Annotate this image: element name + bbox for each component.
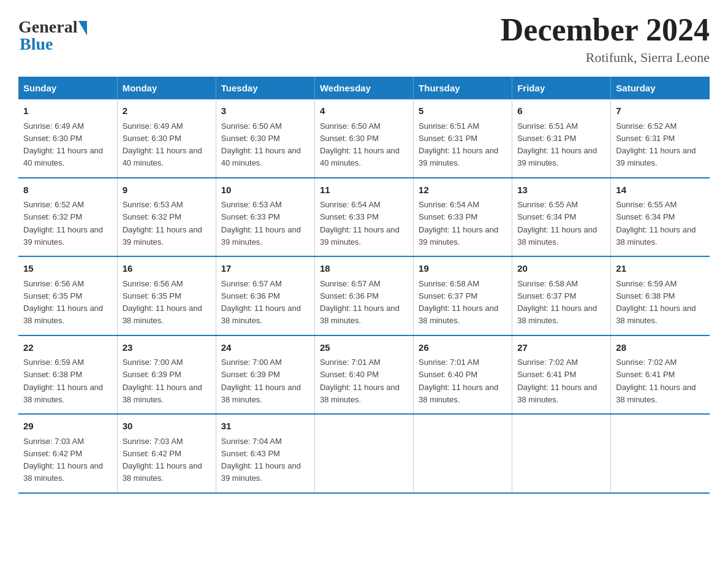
- day-info: Sunrise: 6:49 AMSunset: 6:30 PMDaylight:…: [123, 121, 202, 168]
- day-info: Sunrise: 7:03 AMSunset: 6:42 PMDaylight:…: [123, 437, 202, 483]
- calendar-cell: 7 Sunrise: 6:52 AMSunset: 6:31 PMDayligh…: [611, 99, 710, 178]
- calendar-week-row-2: 8 Sunrise: 6:52 AMSunset: 6:32 PMDayligh…: [18, 178, 710, 257]
- weekday-header-saturday: Saturday: [611, 77, 710, 99]
- day-info: Sunrise: 6:57 AMSunset: 6:36 PMDaylight:…: [320, 279, 400, 326]
- calendar-cell: 31 Sunrise: 7:04 AMSunset: 6:43 PMDaylig…: [216, 414, 314, 493]
- day-info: Sunrise: 6:56 AMSunset: 6:35 PMDaylight:…: [23, 279, 103, 326]
- day-info: Sunrise: 6:50 AMSunset: 6:30 PMDaylight:…: [320, 121, 400, 168]
- day-number: 7: [616, 104, 705, 118]
- calendar-cell: 23 Sunrise: 7:00 AMSunset: 6:39 PMDaylig…: [117, 335, 216, 415]
- weekday-header-thursday: Thursday: [414, 77, 512, 99]
- weekday-header-wednesday: Wednesday: [314, 77, 413, 99]
- day-info: Sunrise: 6:51 AMSunset: 6:31 PMDaylight:…: [517, 121, 597, 168]
- calendar-cell: 19 Sunrise: 6:58 AMSunset: 6:37 PMDaylig…: [414, 256, 512, 335]
- day-number: 12: [419, 183, 507, 197]
- calendar-cell: 14 Sunrise: 6:55 AMSunset: 6:34 PMDaylig…: [611, 178, 710, 257]
- day-number: 22: [23, 341, 112, 355]
- day-number: 18: [320, 262, 408, 276]
- day-info: Sunrise: 6:52 AMSunset: 6:32 PMDaylight:…: [23, 200, 103, 247]
- calendar-cell: 29 Sunrise: 7:03 AMSunset: 6:42 PMDaylig…: [18, 414, 117, 493]
- day-number: 25: [320, 341, 408, 355]
- day-info: Sunrise: 7:03 AMSunset: 6:42 PMDaylight:…: [23, 437, 103, 483]
- day-number: 31: [221, 419, 309, 434]
- day-info: Sunrise: 6:55 AMSunset: 6:34 PMDaylight:…: [616, 200, 696, 247]
- day-number: 16: [123, 262, 211, 276]
- calendar-table: SundayMondayTuesdayWednesdayThursdayFrid…: [18, 77, 710, 494]
- day-number: 13: [517, 183, 605, 197]
- day-number: 6: [517, 104, 605, 118]
- day-number: 11: [320, 183, 408, 197]
- calendar-cell: 13 Sunrise: 6:55 AMSunset: 6:34 PMDaylig…: [512, 178, 611, 257]
- calendar-cell: 16 Sunrise: 6:56 AMSunset: 6:35 PMDaylig…: [117, 256, 216, 335]
- day-info: Sunrise: 6:54 AMSunset: 6:33 PMDaylight:…: [419, 200, 498, 247]
- day-info: Sunrise: 7:00 AMSunset: 6:39 PMDaylight:…: [123, 358, 202, 404]
- day-info: Sunrise: 6:56 AMSunset: 6:35 PMDaylight:…: [123, 279, 202, 326]
- calendar-cell: 28 Sunrise: 7:02 AMSunset: 6:41 PMDaylig…: [611, 335, 710, 415]
- day-number: 19: [419, 262, 507, 276]
- title-section: December 2024 Rotifunk, Sierra Leone: [501, 12, 710, 66]
- day-number: 5: [419, 104, 507, 118]
- day-info: Sunrise: 7:02 AMSunset: 6:41 PMDaylight:…: [517, 358, 597, 404]
- calendar-cell: [414, 414, 512, 493]
- day-number: 15: [23, 262, 112, 276]
- day-info: Sunrise: 6:58 AMSunset: 6:37 PMDaylight:…: [517, 279, 597, 326]
- day-info: Sunrise: 6:59 AMSunset: 6:38 PMDaylight:…: [23, 358, 103, 404]
- calendar-week-row-4: 22 Sunrise: 6:59 AMSunset: 6:38 PMDaylig…: [18, 335, 710, 415]
- logo-triangle-icon: [78, 21, 87, 36]
- weekday-header-friday: Friday: [512, 77, 611, 99]
- day-number: 17: [221, 262, 309, 276]
- calendar-cell: 21 Sunrise: 6:59 AMSunset: 6:38 PMDaylig…: [611, 256, 710, 335]
- location: Rotifunk, Sierra Leone: [501, 50, 710, 66]
- logo: General Blue: [18, 17, 87, 54]
- calendar-cell: 18 Sunrise: 6:57 AMSunset: 6:36 PMDaylig…: [314, 256, 413, 335]
- calendar-cell: 17 Sunrise: 6:57 AMSunset: 6:36 PMDaylig…: [216, 256, 314, 335]
- day-number: 28: [616, 341, 705, 355]
- calendar-cell: 1 Sunrise: 6:49 AMSunset: 6:30 PMDayligh…: [18, 99, 117, 178]
- weekday-header-monday: Monday: [117, 77, 216, 99]
- calendar-cell: 11 Sunrise: 6:54 AMSunset: 6:33 PMDaylig…: [314, 178, 413, 257]
- calendar-cell: 8 Sunrise: 6:52 AMSunset: 6:32 PMDayligh…: [18, 178, 117, 257]
- day-info: Sunrise: 7:01 AMSunset: 6:40 PMDaylight:…: [419, 358, 498, 404]
- day-info: Sunrise: 7:01 AMSunset: 6:40 PMDaylight:…: [320, 358, 400, 404]
- calendar-week-row-1: 1 Sunrise: 6:49 AMSunset: 6:30 PMDayligh…: [18, 99, 710, 178]
- calendar-cell: 5 Sunrise: 6:51 AMSunset: 6:31 PMDayligh…: [414, 99, 512, 178]
- calendar-cell: 15 Sunrise: 6:56 AMSunset: 6:35 PMDaylig…: [18, 256, 117, 335]
- day-info: Sunrise: 6:57 AMSunset: 6:36 PMDaylight:…: [221, 279, 301, 326]
- day-number: 24: [221, 341, 309, 355]
- day-info: Sunrise: 6:59 AMSunset: 6:38 PMDaylight:…: [616, 279, 696, 326]
- day-info: Sunrise: 6:58 AMSunset: 6:37 PMDaylight:…: [419, 279, 498, 326]
- day-info: Sunrise: 7:04 AMSunset: 6:43 PMDaylight:…: [221, 437, 301, 483]
- weekday-header-row: SundayMondayTuesdayWednesdayThursdayFrid…: [18, 77, 710, 99]
- day-info: Sunrise: 7:00 AMSunset: 6:39 PMDaylight:…: [221, 358, 301, 404]
- calendar-cell: 25 Sunrise: 7:01 AMSunset: 6:40 PMDaylig…: [314, 335, 413, 415]
- calendar-cell: 10 Sunrise: 6:53 AMSunset: 6:33 PMDaylig…: [216, 178, 314, 257]
- weekday-header-sunday: Sunday: [18, 77, 117, 99]
- calendar-cell: [512, 414, 611, 493]
- day-info: Sunrise: 6:51 AMSunset: 6:31 PMDaylight:…: [419, 121, 498, 168]
- calendar-cell: 24 Sunrise: 7:00 AMSunset: 6:39 PMDaylig…: [216, 335, 314, 415]
- day-info: Sunrise: 6:53 AMSunset: 6:32 PMDaylight:…: [123, 200, 202, 247]
- calendar-cell: 12 Sunrise: 6:54 AMSunset: 6:33 PMDaylig…: [414, 178, 512, 257]
- calendar-cell: 3 Sunrise: 6:50 AMSunset: 6:30 PMDayligh…: [216, 99, 314, 178]
- day-number: 2: [123, 104, 211, 118]
- calendar-cell: 22 Sunrise: 6:59 AMSunset: 6:38 PMDaylig…: [18, 335, 117, 415]
- calendar-week-row-5: 29 Sunrise: 7:03 AMSunset: 6:42 PMDaylig…: [18, 414, 710, 493]
- calendar-cell: 4 Sunrise: 6:50 AMSunset: 6:30 PMDayligh…: [314, 99, 413, 178]
- day-number: 8: [23, 183, 112, 197]
- calendar-cell: 9 Sunrise: 6:53 AMSunset: 6:32 PMDayligh…: [117, 178, 216, 257]
- day-number: 23: [123, 341, 211, 355]
- calendar-cell: [314, 414, 413, 493]
- weekday-header-tuesday: Tuesday: [216, 77, 314, 99]
- day-number: 1: [23, 104, 112, 118]
- day-info: Sunrise: 6:53 AMSunset: 6:33 PMDaylight:…: [221, 200, 301, 247]
- day-info: Sunrise: 6:55 AMSunset: 6:34 PMDaylight:…: [517, 200, 597, 247]
- day-number: 10: [221, 183, 309, 197]
- page-header: General Blue December 2024 Rotifunk, Sie…: [18, 12, 710, 66]
- day-number: 29: [23, 419, 112, 434]
- calendar-cell: 2 Sunrise: 6:49 AMSunset: 6:30 PMDayligh…: [117, 99, 216, 178]
- day-number: 9: [123, 183, 211, 197]
- day-number: 26: [419, 341, 507, 355]
- day-number: 20: [517, 262, 605, 276]
- calendar-cell: 6 Sunrise: 6:51 AMSunset: 6:31 PMDayligh…: [512, 99, 611, 178]
- calendar-cell: 30 Sunrise: 7:03 AMSunset: 6:42 PMDaylig…: [117, 414, 216, 493]
